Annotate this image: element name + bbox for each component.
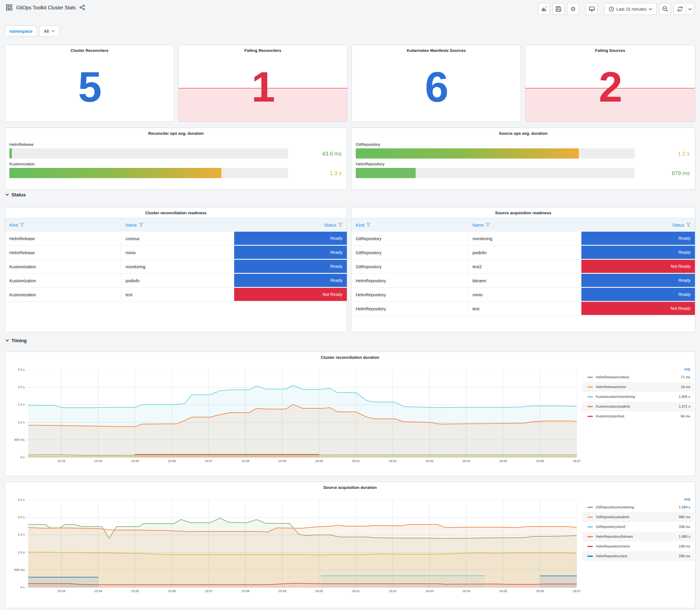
table-row[interactable]: KustomizationtestNot Ready (5, 288, 347, 302)
y-axis-tick-label: 1.5 s (7, 403, 25, 406)
table-row[interactable]: GitRepositorytest2Not Ready (352, 260, 695, 274)
add-panel-button[interactable] (538, 3, 550, 15)
filter-icon[interactable] (139, 223, 143, 227)
legend-row[interactable]: HelmRelease/contour71 ms (582, 372, 694, 382)
table-row[interactable]: GitRepositorypodinfoReady (352, 246, 695, 260)
table-row[interactable]: HelmReleasecontourReady (5, 232, 347, 246)
legend-series-name[interactable]: HelmRepository/minio (596, 545, 679, 548)
column-header-name[interactable]: Name (468, 218, 582, 232)
legend-row[interactable]: GitRepository/podinfo980 ms (582, 512, 694, 522)
refresh-interval-caret-button[interactable] (686, 3, 694, 15)
legend-series-name[interactable]: GitRepository/podinfo (596, 515, 679, 519)
legend-series-name[interactable]: GitRepository/test2 (596, 525, 679, 529)
table-row[interactable]: HelmRepositoryminioReady (352, 288, 695, 302)
cell-kind: Kustomization (5, 260, 121, 274)
section-header-status[interactable]: Status (5, 192, 26, 197)
share-icon[interactable] (80, 5, 85, 10)
filter-icon[interactable] (20, 223, 24, 227)
legend-series-name[interactable]: HelmRelease/minio (596, 385, 681, 389)
dashboard-settings-button[interactable]: ⚙ (567, 3, 579, 15)
filter-icon[interactable] (686, 223, 691, 227)
table-row[interactable]: GitRepositorymonitoringReady (352, 232, 695, 246)
x-axis-tick-label: 15:59 (274, 459, 291, 463)
refresh-button[interactable] (674, 3, 686, 15)
panel-title[interactable]: Reconciler ops avg. duration (5, 128, 347, 135)
stat-value: 1 (179, 45, 347, 122)
cell-kind: GitRepository (352, 246, 468, 260)
legend-series-name[interactable]: HelmRepository/test (596, 554, 679, 558)
gauge-value: 879 ms (635, 170, 690, 176)
column-header-status[interactable]: Status (234, 218, 347, 232)
cell-name: podinfo (468, 246, 582, 260)
panel-title[interactable]: Source acquisition readiness (352, 207, 695, 215)
table-row[interactable]: HelmReleaseminioReady (5, 246, 347, 260)
panel-title[interactable]: Source acquisition duration (5, 482, 695, 490)
x-axis-tick-label: 16:04 (458, 459, 475, 463)
refresh-icon (677, 6, 683, 12)
panel-title[interactable]: Cluster reconciliation readiness (5, 207, 347, 215)
legend-avg-header[interactable]: avg (582, 367, 694, 372)
legend-series-name[interactable]: Kustomization/monitoring (596, 395, 679, 399)
column-header-name[interactable]: Name (121, 218, 234, 232)
zoom-out-button[interactable] (659, 3, 671, 15)
legend-series-color (587, 507, 593, 508)
table-row[interactable]: KustomizationmonitoringReady (5, 260, 347, 274)
y-axis-tick-label: 500 ms (7, 438, 25, 442)
legend-series-name[interactable]: GitRepository/monitoring (596, 505, 679, 509)
legend-row[interactable]: Kustomization/test84 ms (582, 412, 694, 421)
y-axis-tick-label: 0 s (7, 455, 25, 459)
page-title[interactable]: GitOps Toolkit Cluster Stats (16, 5, 76, 10)
panel-title[interactable]: Source ops avg. duration (352, 128, 695, 135)
apps-icon[interactable] (6, 4, 12, 11)
legend-row[interactable]: GitRepository/test2338 ms (582, 522, 694, 532)
chart-plot[interactable] (26, 500, 577, 588)
cell-name: contour (121, 232, 234, 246)
status-badge: Ready (582, 288, 695, 301)
gauge-rows: GitRepository1.2 sHelmRepository879 ms (356, 139, 690, 178)
x-axis-tick-label: 15:54 (90, 589, 107, 593)
legend-row[interactable]: GitRepository/monitoring1.594 s (582, 502, 694, 512)
variable-namespace-label[interactable]: namespace (5, 26, 37, 36)
legend-avg-header[interactable]: avg (582, 497, 694, 502)
section-header-timing[interactable]: Timing (5, 338, 27, 343)
cycle-view-mode-button[interactable] (586, 3, 598, 15)
legend-row[interactable]: Kustomization/monitoring1.605 s (582, 392, 694, 402)
legend-series-name[interactable]: Kustomization/test (596, 415, 681, 418)
gauge-label: HelmRepository (356, 162, 690, 166)
legend-row[interactable]: HelmRepository/bitnami1.695 s (582, 532, 694, 542)
chart-plot[interactable] (26, 370, 577, 458)
legend-row[interactable]: HelmRepository/minio108 ms (582, 542, 694, 551)
table-row[interactable]: HelmRepositorytestNot Ready (352, 302, 695, 316)
gauge-rows: HelmRelease43.6 msKustomization1.3 s (9, 139, 342, 178)
chevron-down-icon (51, 30, 54, 32)
column-header-label: Status (324, 223, 336, 227)
legend-series-name[interactable]: HelmRelease/contour (596, 375, 681, 379)
column-header-status[interactable]: Status (582, 218, 695, 232)
legend-row[interactable]: Kustomization/podinfo1.071 s (582, 402, 694, 412)
save-dashboard-button[interactable] (553, 3, 565, 15)
legend-series-name[interactable]: Kustomization/podinfo (596, 405, 679, 408)
variable-namespace-select[interactable]: All (39, 26, 59, 36)
panel-title[interactable]: Cluster reconciliation duration (5, 352, 695, 359)
cell-kind: Kustomization (5, 274, 121, 288)
column-header-kind[interactable]: Kind (352, 218, 468, 232)
legend-series-name[interactable]: HelmRepository/bitnami (596, 535, 679, 539)
table-row[interactable]: KustomizationpodinfoReady (5, 274, 347, 288)
time-range-picker[interactable]: Last 15 minutes (605, 3, 657, 15)
gauge-track (356, 148, 635, 159)
table-panel-cluster-readiness: Cluster reconciliation readiness KindNam… (5, 207, 347, 333)
filter-icon[interactable] (367, 223, 371, 227)
filter-icon[interactable] (486, 223, 490, 227)
column-header-kind[interactable]: Kind (5, 218, 121, 232)
column-header-label: Name (126, 223, 137, 227)
legend-row[interactable]: HelmRelease/minio16 ms (582, 382, 694, 392)
gauge-label: GitRepository (356, 142, 690, 147)
legend-series-avg: 71 ms (681, 375, 690, 379)
status-badge: Ready (234, 232, 347, 245)
legend-series-avg: 980 ms (679, 515, 690, 519)
x-axis-tick-label: 15:59 (274, 589, 291, 593)
filter-icon[interactable] (338, 223, 343, 227)
table-row[interactable]: HelmRepositorybitnamiReady (352, 274, 695, 288)
legend-row[interactable]: HelmRepository/test289 ms (582, 551, 694, 561)
series-area (28, 524, 577, 588)
